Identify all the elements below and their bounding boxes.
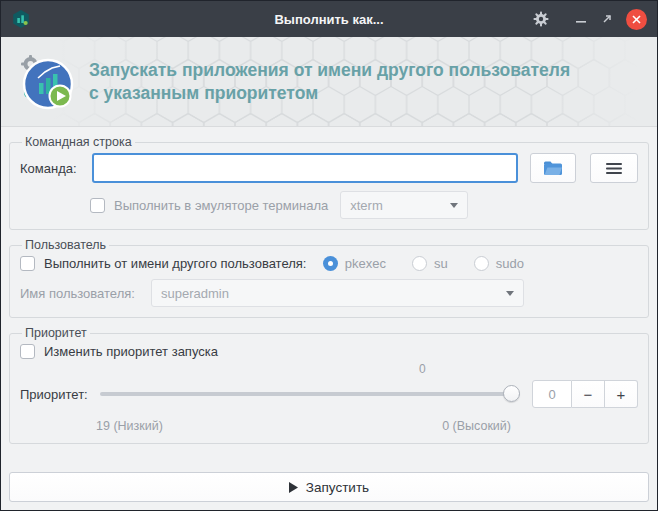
gear-icon[interactable] <box>528 6 554 32</box>
restore-icon[interactable] <box>594 6 620 32</box>
close-icon[interactable] <box>626 9 647 30</box>
radio-sudo: sudo <box>474 256 524 271</box>
radio-pkexec-label: pkexec <box>345 256 386 271</box>
radio-sudo-control <box>474 256 489 271</box>
priority-spinbox: 0 − + <box>532 380 638 408</box>
radio-su-control <box>412 256 427 271</box>
run-button[interactable]: Запустить <box>9 472 649 502</box>
minimize-icon[interactable] <box>568 6 594 32</box>
priority-group: Приоритет Изменить приоритет запуска 0 П… <box>9 326 649 444</box>
username-select: superadmin <box>151 279 524 307</box>
run-as-row: Выполнить от имени другого пользователя:… <box>20 256 638 271</box>
priority-slider <box>100 379 520 409</box>
slider-track <box>100 392 520 396</box>
priority-group-legend: Приоритет <box>22 326 90 340</box>
page-title-line1: Запускать приложения от имени другого по… <box>89 59 570 81</box>
menu-button[interactable] <box>590 153 638 183</box>
chevron-down-icon <box>450 203 458 208</box>
page-title-line2: с указанным приоритетом <box>89 82 570 104</box>
spin-plus-button: + <box>605 380 638 408</box>
change-priority-checkbox-label: Изменить приоритет запуска <box>44 344 218 359</box>
username-label: Имя пользователя: <box>20 286 139 301</box>
spin-value: 0 <box>532 380 572 408</box>
radio-pkexec: pkexec <box>323 256 386 271</box>
spin-minus-button: − <box>572 380 605 408</box>
header-banner: Запускать приложения от имени другого по… <box>1 37 657 127</box>
command-row: Команда: <box>20 153 638 183</box>
change-priority-checkbox-box[interactable] <box>20 344 35 359</box>
run-as-checkbox[interactable]: Выполнить от имени другого пользователя: <box>20 256 306 271</box>
radio-su-label: su <box>434 256 448 271</box>
priority-low-label: 19 (Низкий) <box>96 419 163 433</box>
run-as-checkbox-label: Выполнить от имени другого пользователя: <box>44 256 306 271</box>
auth-radio-group: pkexec su sudo <box>323 256 524 271</box>
run-as-checkbox-box[interactable] <box>20 256 35 271</box>
play-icon <box>289 482 298 493</box>
run-button-label: Запустить <box>306 480 369 495</box>
menu-icon <box>606 162 622 175</box>
terminal-checkbox[interactable]: Выполнить в эмуляторе терминала <box>90 198 328 213</box>
priority-scale: 19 (Низкий) 0 (Высокий) <box>20 419 638 433</box>
terminal-checkbox-box[interactable] <box>90 198 105 213</box>
radio-sudo-label: sudo <box>496 256 524 271</box>
priority-high-label: 0 (Высокий) <box>442 419 511 433</box>
main-content: Командная строка Команда: <box>1 127 657 510</box>
slider-hint-row: 0 <box>20 362 638 377</box>
terminal-row: Выполнить в эмуляторе терминала xterm <box>90 191 638 219</box>
command-label: Команда: <box>20 161 92 176</box>
folder-icon <box>543 160 563 176</box>
radio-su: su <box>412 256 448 271</box>
change-priority-checkbox[interactable]: Изменить приоритет запуска <box>20 344 218 359</box>
radio-pkexec-control <box>323 256 338 271</box>
terminal-emulator-value: xterm <box>350 198 383 213</box>
user-group: Пользователь Выполнить от имени другого … <box>9 238 649 318</box>
app-window: Выполнить как... <box>0 0 658 511</box>
app-logo-icon <box>17 53 75 111</box>
priority-slider-row: Приоритет: 0 − + <box>20 379 638 409</box>
command-group: Командная строка Команда: <box>9 135 649 230</box>
command-input[interactable] <box>92 153 518 183</box>
terminal-emulator-select: xterm <box>340 191 468 219</box>
priority-label: Приоритет: <box>20 387 100 402</box>
slider-handle <box>503 385 520 402</box>
titlebar[interactable]: Выполнить как... <box>1 1 657 37</box>
page-title: Запускать приложения от имени другого по… <box>89 59 570 104</box>
slider-value-hint: 0 <box>419 362 426 376</box>
chevron-down-icon <box>506 291 514 296</box>
command-group-legend: Командная строка <box>22 135 135 149</box>
terminal-checkbox-label: Выполнить в эмуляторе терминала <box>114 198 328 213</box>
username-row: Имя пользователя: superadmin <box>20 279 638 307</box>
browse-button[interactable] <box>530 153 576 183</box>
app-icon <box>11 9 31 29</box>
user-group-legend: Пользователь <box>22 238 109 252</box>
change-priority-row: Изменить приоритет запуска <box>20 344 638 359</box>
username-value: superadmin <box>161 286 229 301</box>
